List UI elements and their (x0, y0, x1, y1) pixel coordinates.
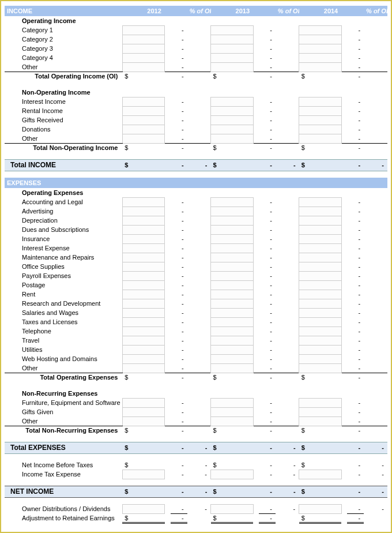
input-cell[interactable] (299, 243, 342, 253)
input-cell[interactable] (211, 62, 254, 72)
input-cell[interactable] (122, 25, 165, 35)
input-cell[interactable] (122, 280, 165, 290)
input-cell[interactable] (299, 416, 342, 426)
input-cell[interactable] (122, 225, 165, 234)
input-cell[interactable] (122, 317, 165, 326)
input-cell[interactable] (299, 271, 342, 280)
input-cell[interactable] (299, 336, 342, 345)
input-cell[interactable] (211, 234, 254, 243)
input-cell[interactable] (299, 62, 342, 72)
input-cell[interactable] (299, 299, 342, 308)
input-cell[interactable] (299, 262, 342, 271)
input-cell[interactable] (122, 407, 165, 416)
input-cell[interactable] (299, 115, 342, 125)
input-cell[interactable] (211, 125, 254, 134)
input-cell[interactable] (299, 345, 342, 354)
input-cell[interactable] (211, 416, 254, 426)
input-cell[interactable] (122, 299, 165, 308)
input-cell[interactable] (122, 134, 165, 143)
input-cell[interactable] (211, 317, 254, 326)
input-cell[interactable] (122, 336, 165, 345)
input-cell[interactable] (299, 398, 342, 407)
input-cell[interactable] (299, 44, 342, 53)
input-cell[interactable] (211, 407, 254, 416)
input-cell[interactable] (299, 25, 342, 35)
input-cell[interactable] (299, 53, 342, 62)
input-cell[interactable] (299, 407, 342, 416)
input-cell[interactable] (211, 53, 254, 62)
input-cell[interactable] (122, 308, 165, 317)
input-cell[interactable] (211, 106, 254, 115)
input-cell[interactable] (299, 134, 342, 143)
input-cell[interactable] (211, 470, 254, 479)
input-cell[interactable] (122, 363, 165, 373)
input-cell[interactable] (299, 197, 342, 207)
input-cell[interactable] (122, 125, 165, 134)
input-cell[interactable] (211, 290, 254, 299)
input-cell[interactable] (122, 345, 165, 354)
input-cell[interactable] (122, 504, 165, 513)
input-cell[interactable] (122, 326, 165, 336)
input-cell[interactable] (211, 504, 254, 513)
input-cell[interactable] (211, 115, 254, 125)
input-cell[interactable] (211, 262, 254, 271)
input-cell[interactable] (299, 216, 342, 225)
input-cell[interactable] (211, 280, 254, 290)
input-cell[interactable] (299, 97, 342, 106)
input-cell[interactable] (122, 243, 165, 253)
input-cell[interactable] (122, 106, 165, 115)
input-cell[interactable] (299, 326, 342, 336)
input-cell[interactable] (299, 125, 342, 134)
input-cell[interactable] (211, 326, 254, 336)
input-cell[interactable] (122, 97, 165, 106)
input-cell[interactable] (211, 25, 254, 35)
input-cell[interactable] (122, 271, 165, 280)
input-cell[interactable] (299, 470, 342, 479)
input-cell[interactable] (299, 363, 342, 373)
input-cell[interactable] (211, 134, 254, 143)
input-cell[interactable] (299, 253, 342, 262)
input-cell[interactable] (122, 197, 165, 207)
input-cell[interactable] (211, 345, 254, 354)
input-cell[interactable] (299, 106, 342, 115)
input-cell[interactable] (299, 504, 342, 513)
input-cell[interactable] (122, 35, 165, 44)
input-cell[interactable] (122, 470, 165, 479)
input-cell[interactable] (211, 271, 254, 280)
input-cell[interactable] (211, 308, 254, 317)
input-cell[interactable] (299, 354, 342, 363)
input-cell[interactable] (122, 354, 165, 363)
input-cell[interactable] (211, 225, 254, 234)
input-cell[interactable] (122, 44, 165, 53)
input-cell[interactable] (122, 216, 165, 225)
input-cell[interactable] (122, 398, 165, 407)
input-cell[interactable] (122, 416, 165, 426)
input-cell[interactable] (211, 197, 254, 207)
input-cell[interactable] (211, 44, 254, 53)
input-cell[interactable] (211, 398, 254, 407)
input-cell[interactable] (299, 35, 342, 44)
input-cell[interactable] (211, 336, 254, 345)
input-cell[interactable] (211, 354, 254, 363)
input-cell[interactable] (122, 262, 165, 271)
input-cell[interactable] (122, 207, 165, 216)
input-cell[interactable] (299, 308, 342, 317)
input-cell[interactable] (299, 280, 342, 290)
input-cell[interactable] (211, 216, 254, 225)
input-cell[interactable] (122, 62, 165, 72)
input-cell[interactable] (299, 234, 342, 243)
input-cell[interactable] (211, 35, 254, 44)
input-cell[interactable] (211, 243, 254, 253)
input-cell[interactable] (211, 363, 254, 373)
input-cell[interactable] (122, 290, 165, 299)
input-cell[interactable] (211, 299, 254, 308)
input-cell[interactable] (211, 253, 254, 262)
input-cell[interactable] (122, 234, 165, 243)
input-cell[interactable] (122, 53, 165, 62)
input-cell[interactable] (299, 290, 342, 299)
input-cell[interactable] (299, 317, 342, 326)
input-cell[interactable] (122, 115, 165, 125)
input-cell[interactable] (211, 207, 254, 216)
input-cell[interactable] (299, 225, 342, 234)
input-cell[interactable] (122, 253, 165, 262)
